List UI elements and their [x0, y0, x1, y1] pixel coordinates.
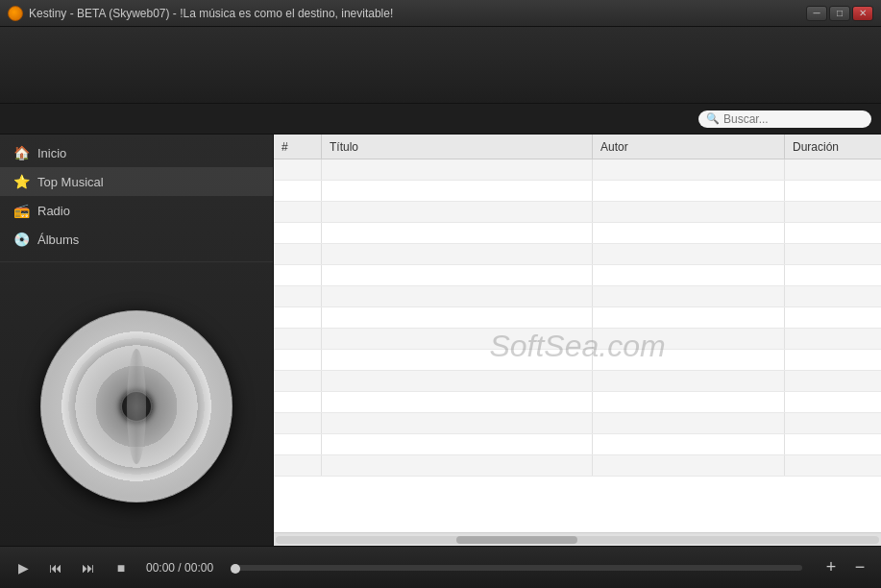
banner — [0, 27, 881, 104]
maximize-button[interactable]: □ — [829, 6, 850, 21]
table-row[interactable] — [274, 244, 881, 265]
horizontal-scrollbar[interactable] — [274, 532, 881, 546]
table-row[interactable] — [274, 223, 881, 244]
radio-icon: 📻 — [13, 203, 30, 218]
scrollbar-thumb[interactable] — [456, 536, 577, 544]
time-display: 00:00 / 00:00 — [146, 561, 213, 575]
table-row[interactable] — [274, 307, 881, 329]
title-bar-left: Kestiny - BETA (Skyweb07) - !La música e… — [8, 6, 393, 21]
col-header-title: Título — [322, 135, 593, 159]
sidebar-label-albums: Álbums — [37, 233, 79, 247]
minimize-button[interactable]: ─ — [806, 6, 827, 21]
sidebar-divider — [0, 261, 273, 262]
scrollbar-track[interactable] — [276, 536, 879, 544]
prev-button[interactable]: ⏮ — [42, 554, 69, 581]
close-button[interactable]: ✕ — [852, 6, 873, 21]
col-header-author: Autor — [593, 135, 785, 159]
volume-up-button[interactable]: + — [820, 556, 843, 579]
col-header-num: # — [274, 135, 322, 159]
sidebar-label-radio: Radio — [37, 204, 70, 218]
title-text: Kestiny - BETA (Skyweb07) - !La música e… — [29, 7, 393, 20]
progress-bar[interactable] — [231, 565, 802, 571]
sidebar-item-top-musical[interactable]: ⭐ Top Musical — [0, 167, 273, 196]
table-row[interactable] — [274, 455, 881, 477]
sidebar-label-top-musical: Top Musical — [37, 175, 104, 189]
next-button[interactable]: ⏭ — [75, 554, 102, 581]
table-row[interactable] — [274, 413, 881, 434]
title-bar: Kestiny - BETA (Skyweb07) - !La música e… — [0, 0, 881, 27]
search-icon: 🔍 — [706, 112, 720, 125]
cd-graphic — [40, 310, 232, 502]
album-area — [0, 266, 273, 546]
volume-down-button[interactable]: − — [848, 556, 871, 579]
table-body: SoftSea.com — [274, 159, 881, 532]
home-icon: 🏠 — [13, 145, 30, 160]
app-icon — [8, 6, 23, 21]
table-row[interactable] — [274, 202, 881, 223]
sidebar-item-albums[interactable]: 💿 Álbums — [0, 225, 273, 254]
content-area: # Título Autor Duración SoftSea.com — [274, 135, 881, 546]
search-row: 🔍 — [0, 104, 881, 135]
stop-button[interactable]: ■ — [108, 554, 135, 581]
star-icon: ⭐ — [13, 174, 30, 189]
sidebar-item-radio[interactable]: 📻 Radio — [0, 196, 273, 225]
table-row[interactable] — [274, 329, 881, 350]
search-input[interactable] — [723, 112, 858, 126]
table-row[interactable] — [274, 181, 881, 202]
progress-thumb[interactable] — [231, 564, 240, 574]
sidebar-item-inicio[interactable]: 🏠 Inicio — [0, 138, 273, 167]
bottom-bar: ▶ ⏮ ⏭ ■ 00:00 / 00:00 + − — [0, 546, 881, 588]
nav-list: 🏠 Inicio ⭐ Top Musical 📻 Radio 💿 Álbums — [0, 135, 273, 257]
sidebar: 🏠 Inicio ⭐ Top Musical 📻 Radio 💿 Álbums — [0, 135, 274, 546]
table-row[interactable] — [274, 286, 881, 307]
title-bar-controls: ─ □ ✕ — [806, 6, 873, 21]
table-row[interactable] — [274, 392, 881, 413]
table-header: # Título Autor Duración — [274, 135, 881, 159]
table-row[interactable] — [274, 159, 881, 181]
sidebar-label-inicio: Inicio — [37, 146, 66, 160]
search-wrapper[interactable]: 🔍 — [698, 110, 871, 128]
col-header-duration: Duración — [785, 135, 881, 159]
table-row[interactable] — [274, 350, 881, 371]
table-row[interactable] — [274, 265, 881, 286]
albums-icon: 💿 — [13, 232, 30, 247]
play-button[interactable]: ▶ — [10, 554, 37, 581]
table-row[interactable] — [274, 371, 881, 392]
main-layout: 🏠 Inicio ⭐ Top Musical 📻 Radio 💿 Álbums — [0, 135, 881, 546]
table-row[interactable] — [274, 434, 881, 455]
